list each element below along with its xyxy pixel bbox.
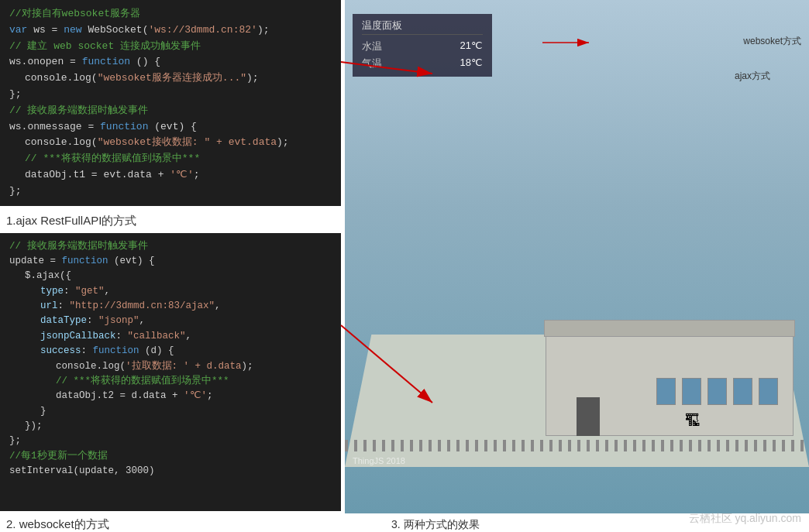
code-line: }; — [9, 434, 332, 448]
code-line: setInterval(update, 3000) — [9, 464, 332, 479]
code-comment: // 建立 web socket 连接成功触发事件 — [9, 39, 332, 55]
watermark: 云栖社区 yq.aliyun.com — [689, 512, 801, 526]
forklift: 🏗 — [685, 412, 701, 430]
code-line: url: "http://3dmmd.cn:83/ajax", — [9, 299, 332, 314]
annotation-ajax: ajax方式 — [735, 70, 770, 83]
code-line: console.log('拉取数据: ' + d.data); — [9, 359, 332, 374]
code-block-websocket: //对接自有websoket服务器 var ws = new WebSocket… — [0, 0, 341, 206]
code-line: $.ajax({ — [9, 269, 332, 283]
building-scene: 🏗 ThingJS 2018 温度面板 水温 21℃ 气温 18℃ — [345, 0, 809, 513]
code-line: success: function (d) { — [9, 344, 332, 359]
building-body — [530, 312, 794, 436]
code-comment: // 接收服务端数据时触发事件 — [9, 103, 332, 119]
temp-row-air: 气温 18℃ — [362, 55, 483, 72]
fence — [345, 440, 809, 451]
code-line: dataType: "jsonp", — [9, 314, 332, 328]
code-line: }; — [9, 184, 332, 200]
code-block-ajax: // 接收服务端数据时触发事件 update = function (evt) … — [0, 233, 341, 511]
temp-value-air: 18℃ — [460, 57, 483, 70]
code-line: update = function (evt) { — [9, 254, 332, 269]
building-roof — [544, 320, 795, 337]
temp-row-water: 水温 21℃ — [362, 38, 483, 55]
left-panel: //对接自有websoket服务器 var ws = new WebSocket… — [0, 0, 345, 532]
temp-panel: 温度面板 水温 21℃ 气温 18℃ — [353, 14, 492, 77]
thingjs-watermark: ThingJS 2018 — [353, 456, 405, 465]
temp-label-air: 气温 — [362, 57, 382, 70]
code-line: }); — [9, 419, 332, 434]
code-comment: //每1秒更新一个数据 — [9, 449, 332, 464]
window — [733, 378, 752, 405]
window — [707, 378, 727, 405]
code-line: } — [9, 404, 332, 419]
code-line: console.log("websoket服务器连接成功..."); — [9, 70, 332, 87]
code-line: type: "get", — [9, 284, 332, 299]
label-websocket: 2. websocket的方式 — [0, 511, 345, 532]
window — [759, 378, 778, 405]
right-panel: 🏗 ThingJS 2018 温度面板 水温 21℃ 气温 18℃ — [345, 0, 809, 532]
code-line: dataObj.t1 = evt.data + '℃'; — [9, 167, 332, 184]
code-line: dataObj.t2 = d.data + '℃'; — [9, 389, 332, 403]
temp-panel-title: 温度面板 — [362, 19, 483, 35]
temp-value-water: 21℃ — [460, 39, 483, 53]
code-comment: // 接收服务端数据时触发事件 — [9, 239, 332, 254]
code-line: }; — [9, 87, 332, 103]
code-line: jsonpCallback: "callback", — [9, 329, 332, 344]
building-door — [577, 397, 600, 436]
main-container: //对接自有websoket服务器 var ws = new WebSocket… — [0, 0, 809, 532]
code-comment: // ***将获得的数据赋值到场景中*** — [9, 374, 332, 389]
window — [656, 378, 676, 405]
code-comment: // ***将获得的数据赋值到场景中*** — [9, 151, 332, 167]
code-line: console.log("websoket接收数据: " + evt.data)… — [9, 135, 332, 151]
code-comment: //对接自有websoket服务器 — [9, 6, 332, 22]
code-line: var ws = new WebSocket('ws://3dmmd.cn:82… — [9, 22, 332, 39]
code-line: ws.onopen = function () { — [9, 54, 332, 70]
building-windows — [656, 378, 778, 405]
label-ajax: 1.ajax RestFullAPI的方式 — [0, 206, 345, 233]
scene-area: 🏗 ThingJS 2018 温度面板 水温 21℃ 气温 18℃ — [345, 0, 809, 513]
code-line: ws.onmessage = function (evt) { — [9, 119, 332, 136]
temp-label-water: 水温 — [362, 39, 382, 53]
window — [682, 378, 701, 405]
annotation-websocket: websoket方式 — [743, 35, 801, 48]
